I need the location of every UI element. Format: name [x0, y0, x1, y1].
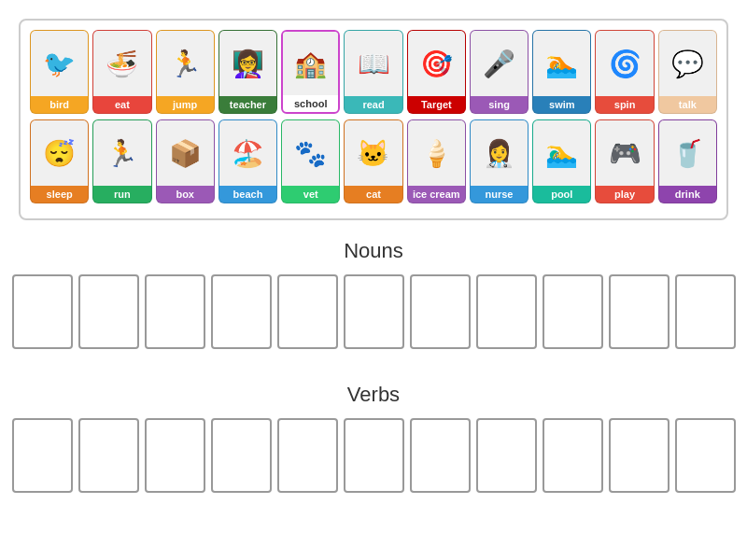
drop-box-verbs-drop-row-9[interactable] [609, 418, 669, 493]
card-image-sing: 🎤 [471, 31, 528, 96]
card-image-beach: 🏖️ [219, 120, 276, 186]
card-image-bird: 🐦 [31, 31, 88, 96]
drop-box-verbs-drop-row-2[interactable] [145, 418, 205, 493]
verbs-title: Verbs [347, 383, 400, 407]
verbs-drop-row [12, 418, 736, 493]
card-spin[interactable]: 🌀spin [595, 30, 654, 114]
card-label-talk: talk [659, 96, 716, 113]
card-row-2: 😴sleep🏃run📦box🏖️beach🐾vet🐱cat🍦ice cream👩… [30, 119, 717, 203]
card-image-talk: 💬 [659, 31, 716, 96]
card-eat[interactable]: 🍜eat [92, 30, 151, 114]
card-label-sleep: sleep [31, 186, 88, 203]
card-label-beach: beach [219, 186, 276, 203]
card-row-1: 🐦bird🍜eat🏃jump👩‍🏫teacher🏫school📖read🎯Tar… [30, 30, 717, 114]
card-label-spin: spin [596, 96, 653, 113]
card-image-run: 🏃 [93, 120, 150, 186]
card-image-teacher: 👩‍🏫 [219, 31, 276, 96]
card-image-box: 📦 [157, 120, 214, 186]
card-icecream[interactable]: 🍦ice cream [407, 119, 466, 203]
card-image-pool: 🏊‍♂️ [533, 120, 590, 186]
card-bird[interactable]: 🐦bird [30, 30, 89, 114]
card-image-target: 🎯 [408, 31, 465, 96]
drop-box-nouns-drop-row-2[interactable] [145, 274, 205, 349]
card-label-sing: sing [471, 96, 528, 113]
drop-box-nouns-drop-row-8[interactable] [543, 274, 603, 349]
drop-box-nouns-drop-row-9[interactable] [609, 274, 669, 349]
card-target[interactable]: 🎯Target [407, 30, 466, 114]
card-vet[interactable]: 🐾vet [281, 119, 340, 203]
card-image-school: 🏫 [283, 32, 338, 95]
card-label-school: school [283, 95, 338, 112]
card-label-pool: pool [533, 186, 590, 203]
card-cat[interactable]: 🐱cat [344, 119, 402, 203]
card-label-vet: vet [282, 186, 339, 203]
card-image-sleep: 😴 [31, 120, 88, 186]
card-image-icecream: 🍦 [408, 120, 465, 186]
card-label-box: box [157, 186, 214, 203]
drop-box-nouns-drop-row-5[interactable] [344, 274, 404, 349]
card-image-read: 📖 [345, 31, 402, 96]
drop-box-verbs-drop-row-7[interactable] [476, 418, 537, 493]
card-school[interactable]: 🏫school [281, 30, 340, 114]
card-swim[interactable]: 🏊swim [532, 30, 591, 114]
card-play[interactable]: 🎮play [595, 119, 654, 203]
card-label-read: read [345, 96, 402, 113]
card-label-play: play [596, 186, 653, 203]
card-label-icecream: ice cream [408, 186, 465, 203]
drop-box-verbs-drop-row-1[interactable] [78, 418, 139, 493]
drop-box-nouns-drop-row-1[interactable] [78, 274, 139, 349]
drop-box-nouns-drop-row-6[interactable] [410, 274, 471, 349]
card-teacher[interactable]: 👩‍🏫teacher [218, 30, 277, 114]
card-drink[interactable]: 🥤drink [658, 119, 717, 203]
card-label-run: run [93, 186, 150, 203]
drop-box-verbs-drop-row-4[interactable] [277, 418, 338, 493]
card-label-eat: eat [93, 96, 150, 113]
card-label-teacher: teacher [219, 96, 276, 113]
drop-box-nouns-drop-row-3[interactable] [211, 274, 272, 349]
card-image-vet: 🐾 [282, 120, 339, 186]
card-image-drink: 🥤 [659, 120, 716, 186]
card-sing[interactable]: 🎤sing [470, 30, 529, 114]
card-image-cat: 🐱 [345, 120, 402, 186]
card-beach[interactable]: 🏖️beach [218, 119, 277, 203]
drop-box-verbs-drop-row-10[interactable] [675, 418, 736, 493]
drop-box-verbs-drop-row-3[interactable] [211, 418, 272, 493]
card-read[interactable]: 📖read [344, 30, 402, 114]
drop-box-verbs-drop-row-6[interactable] [410, 418, 471, 493]
card-image-eat: 🍜 [93, 31, 150, 96]
nouns-drop-row [12, 274, 736, 349]
card-label-swim: swim [533, 96, 590, 113]
card-label-jump: jump [157, 96, 214, 113]
card-jump[interactable]: 🏃jump [156, 30, 215, 114]
card-label-cat: cat [345, 186, 402, 203]
card-box[interactable]: 📦box [156, 119, 215, 203]
drop-box-verbs-drop-row-8[interactable] [543, 418, 603, 493]
drop-box-verbs-drop-row-0[interactable] [12, 418, 73, 493]
drop-box-nouns-drop-row-7[interactable] [476, 274, 537, 349]
card-image-nurse: 👩‍⚕️ [471, 120, 528, 186]
card-label-target: Target [408, 96, 465, 113]
card-image-spin: 🌀 [596, 31, 653, 96]
card-image-jump: 🏃 [157, 31, 214, 96]
drop-box-verbs-drop-row-5[interactable] [344, 418, 404, 493]
card-label-drink: drink [659, 186, 716, 203]
card-image-swim: 🏊 [533, 31, 590, 96]
card-run[interactable]: 🏃run [92, 119, 151, 203]
card-image-play: 🎮 [596, 120, 653, 186]
drop-box-nouns-drop-row-10[interactable] [675, 274, 736, 349]
card-pool[interactable]: 🏊‍♂️pool [532, 119, 591, 203]
drop-box-nouns-drop-row-0[interactable] [12, 274, 73, 349]
drop-box-nouns-drop-row-4[interactable] [277, 274, 338, 349]
card-area: 🐦bird🍜eat🏃jump👩‍🏫teacher🏫school📖read🎯Tar… [19, 19, 728, 220]
card-label-nurse: nurse [471, 186, 528, 203]
card-sleep[interactable]: 😴sleep [30, 119, 89, 203]
card-talk[interactable]: 💬talk [658, 30, 717, 114]
card-nurse[interactable]: 👩‍⚕️nurse [470, 119, 529, 203]
card-label-bird: bird [31, 96, 88, 113]
nouns-title: Nouns [344, 239, 403, 263]
